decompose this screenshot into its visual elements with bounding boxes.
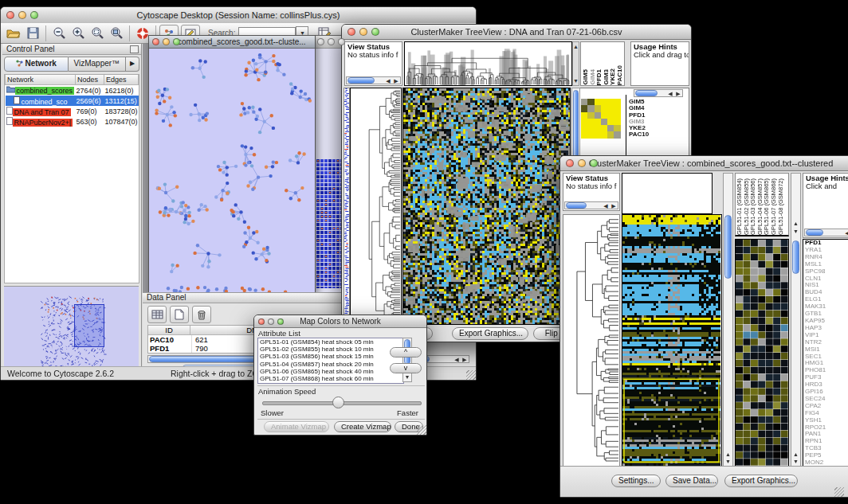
matrix-cell[interactable] xyxy=(614,125,620,131)
minimize-button[interactable] xyxy=(359,28,367,36)
animate-vizmap-button[interactable]: Animate Vizmap xyxy=(264,421,329,432)
tv1-titlebar[interactable]: ClusterMaker TreeView : DNA and Tran 07-… xyxy=(342,25,691,40)
float-panel-icon[interactable] xyxy=(130,45,139,53)
tab-vizmapper[interactable]: VizMapper™ xyxy=(69,57,126,72)
tv1-column-dendrogram[interactable] xyxy=(404,41,572,86)
attribute-item[interactable]: GPL51-01 (GSM854) heat shock 05 min xyxy=(258,338,403,346)
network-row-selected[interactable]: combined_sco 2569(6) 13112(15) xyxy=(6,96,139,106)
matrix-cell[interactable] xyxy=(601,99,607,105)
zoom-window-button[interactable] xyxy=(338,38,345,45)
matrix-cell[interactable] xyxy=(607,99,614,105)
window-resize-grip[interactable] xyxy=(466,370,476,380)
tv2-column-dendrogram[interactable] xyxy=(622,173,713,214)
zoom-window-button[interactable] xyxy=(277,318,284,325)
matrix-cell[interactable] xyxy=(607,131,614,138)
matrix-cell[interactable] xyxy=(587,119,594,125)
matrix-cell[interactable] xyxy=(595,131,601,138)
close-button[interactable] xyxy=(6,11,14,19)
view-status-hscrollbar[interactable]: ◀▶ xyxy=(346,76,401,84)
tv2-heatmap-vscrollbar[interactable]: ▲▼ xyxy=(723,173,733,467)
view-status-hscrollbar[interactable]: ◀▶ xyxy=(564,201,618,209)
attribute-list-vscrollbar[interactable]: ▲▼ xyxy=(402,338,412,382)
network-row[interactable]: RNAPuberNov2+| 563(0) 107847(0) xyxy=(6,116,139,127)
zoom-window-button[interactable] xyxy=(30,11,38,19)
attribute-item[interactable]: GPL51-07 (GSM868) heat shock 60 min xyxy=(258,375,403,382)
col-edges[interactable]: Edges xyxy=(104,75,138,85)
speed-slider-thumb[interactable] xyxy=(332,397,344,408)
close-button[interactable] xyxy=(347,28,355,36)
matrix-cell[interactable] xyxy=(581,99,587,105)
matrix-cell[interactable] xyxy=(581,131,587,138)
zoom-out-icon[interactable] xyxy=(49,25,69,42)
matrix-cell[interactable] xyxy=(614,119,620,125)
network-overview-thumbnail[interactable] xyxy=(4,286,139,368)
attribute-item[interactable]: GPL51-04 (GSM857) heat shock 20 min xyxy=(258,361,403,368)
minimize-button[interactable] xyxy=(328,38,335,45)
tv1-col-scroll-strip[interactable]: ▲▼ xyxy=(572,41,579,86)
network-row[interactable]: combined_scores 2764(0) 16218(0) xyxy=(6,85,139,96)
zoom-selected-icon[interactable] xyxy=(88,25,107,42)
tv1-gene-label-strip[interactable] xyxy=(344,88,350,325)
move-down-button[interactable]: v xyxy=(390,363,422,373)
network-row[interactable]: DNA and Tran 07 769(0) 183728(0) xyxy=(6,106,139,116)
matrix-cell[interactable] xyxy=(587,131,594,138)
matrix-cell[interactable] xyxy=(601,125,607,131)
zoom-window-button[interactable] xyxy=(371,28,379,36)
matrix-cell[interactable] xyxy=(601,131,607,138)
save-icon[interactable] xyxy=(23,25,42,42)
minimize-button[interactable] xyxy=(268,318,274,325)
overview-viewport-rect[interactable] xyxy=(74,304,104,347)
matrix-cell[interactable] xyxy=(607,112,614,119)
matrix-cell[interactable] xyxy=(614,99,620,105)
tv1-gene-dendrogram[interactable] xyxy=(350,88,402,325)
close-button[interactable] xyxy=(152,38,159,45)
delete-attribute-icon[interactable] xyxy=(192,306,211,323)
export-graphics-button[interactable]: Export Graphics... xyxy=(724,475,798,487)
move-up-button[interactable]: ^ xyxy=(390,347,422,357)
window-resize-grip[interactable] xyxy=(834,487,844,497)
matrix-cell[interactable] xyxy=(614,112,620,119)
attribute-item[interactable]: GPL51-03 (GSM856) heat shock 15 min xyxy=(258,353,403,360)
open-file-icon[interactable] xyxy=(4,25,23,42)
matrix-cell[interactable] xyxy=(587,105,594,111)
usage-hints-hscrollbar[interactable]: ◀▶ xyxy=(804,229,848,236)
matrix-cell[interactable] xyxy=(581,119,587,125)
matrix-cell[interactable] xyxy=(595,112,601,119)
tv2-titlebar[interactable]: ClusterMaker TreeView : combined_scores_… xyxy=(560,156,848,171)
data-col-id[interactable]: ID xyxy=(148,326,190,334)
tab-network[interactable]: Network xyxy=(4,57,69,72)
tv2-gene-dendrogram[interactable] xyxy=(563,214,620,467)
attribute-item[interactable]: GPL51-02 (GSM855) heat shock 10 min xyxy=(258,346,403,353)
save-data-button[interactable]: Save Data... xyxy=(665,475,718,487)
minimize-button[interactable] xyxy=(18,11,26,19)
tv2-global-heatmap[interactable] xyxy=(622,214,722,467)
matrix-cell[interactable] xyxy=(601,119,607,125)
close-button[interactable] xyxy=(317,38,324,45)
matrix-cell[interactable] xyxy=(601,105,607,111)
dialog-titlebar[interactable]: Map Colors to Network xyxy=(254,315,426,328)
close-button[interactable] xyxy=(566,159,574,167)
tv1-global-heatmap[interactable] xyxy=(402,88,571,325)
zoom-window-button[interactable] xyxy=(173,38,180,45)
matrix-cell[interactable] xyxy=(587,99,594,105)
create-vizmap-button[interactable]: Create Vizmap xyxy=(334,421,391,432)
export-graphics-button[interactable]: Export Graphics... xyxy=(452,327,528,340)
settings-button[interactable]: Settings... xyxy=(611,475,661,487)
tv1-zoom-matrix[interactable] xyxy=(581,99,621,139)
matrix-cell[interactable] xyxy=(607,119,614,125)
matrix-cell[interactable] xyxy=(595,125,601,131)
matrix-cell[interactable] xyxy=(587,112,594,119)
matrix-cell[interactable] xyxy=(595,105,601,111)
tv2-zoom-heatmap[interactable] xyxy=(735,239,789,467)
minimize-button[interactable] xyxy=(163,38,170,45)
matrix-cell[interactable] xyxy=(601,112,607,119)
matrix-cell[interactable] xyxy=(581,105,587,111)
matrix-cell[interactable] xyxy=(587,125,594,131)
col-nodes[interactable]: Nodes xyxy=(75,75,104,85)
matrix-cell[interactable] xyxy=(581,125,587,131)
zoom-in-icon[interactable] xyxy=(69,25,88,42)
matrix-cell[interactable] xyxy=(607,125,614,131)
col-network[interactable]: Network xyxy=(6,75,76,85)
zoom-fit-icon[interactable] xyxy=(107,25,126,42)
matrix-cell[interactable] xyxy=(614,105,620,111)
